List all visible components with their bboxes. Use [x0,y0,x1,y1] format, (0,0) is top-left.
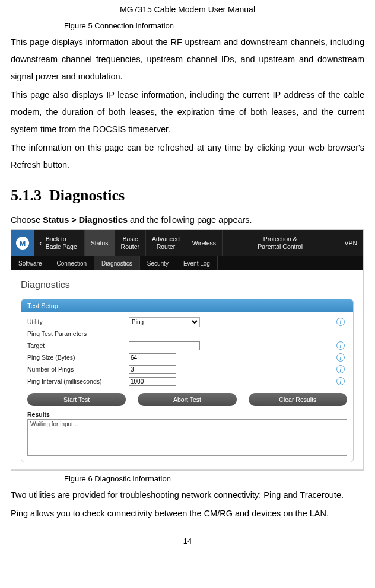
nav-advanced-router[interactable]: Advanced Router [145,230,186,256]
row-params: Ping Test Parameters [27,328,347,340]
nav-wireless-label: Wireless [192,239,216,247]
choose-instruction: Choose Status > Diagnostics and the foll… [11,215,364,225]
nav-back-line2: Basic Page [46,243,77,250]
section-heading: 5.1.3 Diagnostics [11,187,364,204]
nav-wireless[interactable]: Wireless [186,230,222,256]
label-interval: Ping Interval (milliseconds) [27,378,125,385]
logo-cell[interactable]: M [11,230,34,256]
results-label: Results [27,411,347,418]
utility-select[interactable]: Ping [129,317,200,327]
app-screenshot: M ‹ Back to Basic Page Status Basic Rout… [11,229,364,471]
subnav-connection[interactable]: Connection [49,256,94,270]
nav-basic-router[interactable]: Basic Router [115,230,146,256]
button-row: Start Test Abort Test Clear Results [27,393,347,406]
row-utility: Utility Ping i [27,316,347,328]
diagnostics-body: Diagnostics Test Setup Utility Ping i Pi… [11,270,363,468]
nav-protection-l1: Protection & [263,235,297,243]
nav-protection-l2: Parental Control [258,243,303,251]
diagnostics-title: Diagnostics [21,280,354,290]
results-textarea[interactable]: Waiting for input... [27,419,347,456]
target-input[interactable] [129,341,200,350]
panel-header: Test Setup [21,299,353,312]
number-input[interactable] [129,365,176,374]
subnav-software[interactable]: Software [11,256,49,270]
nav-status[interactable]: Status [84,230,115,256]
label-target: Target [27,342,125,349]
label-size: Ping Size (Bytes) [27,354,125,361]
sub-nav: Software Connection Diagnostics Security… [11,256,363,270]
abort-test-button[interactable]: Abort Test [138,393,236,406]
page-number: 14 [11,536,364,545]
test-setup-panel: Test Setup Utility Ping i Ping Test Para… [21,299,354,462]
paragraph-5: Ping allows you to check connectivity be… [11,505,364,522]
interval-input[interactable] [129,377,176,386]
info-icon[interactable]: i [336,377,345,385]
size-input[interactable] [129,353,176,362]
nav-protection[interactable]: Protection & Parental Control [222,230,338,256]
panel-body: Utility Ping i Ping Test Parameters Targ… [21,312,353,462]
subnav-security[interactable]: Security [140,256,176,270]
nav-back-text: Back to Basic Page [46,235,77,250]
nav-basic-router-l1: Basic [122,235,138,243]
nav-back-button[interactable]: ‹ Back to Basic Page [34,230,84,256]
row-target: Target i [27,340,347,351]
nav-basic-router-l2: Router [121,243,140,251]
choose-suffix: and the following page appears. [128,215,252,225]
info-icon[interactable]: i [336,365,345,373]
nav-back-line1: Back to [46,235,66,242]
nav-status-label: Status [91,239,109,247]
section-title: Diagnostics [49,187,125,204]
section-number: 5.1.3 [11,187,42,204]
nav-vpn-label: VPN [344,239,357,247]
paragraph-1: This page displays information about the… [11,34,364,85]
chevron-left-icon: ‹ [39,238,42,248]
nav-adv-router-l2: Router [157,243,176,251]
figure6-caption: Figure 6 Diagnostic information [11,474,364,483]
label-utility: Utility [27,318,125,325]
figure5-caption: Figure 5 Connection information [11,21,364,30]
choose-bold: Status > Diagnostics [43,215,128,225]
label-params: Ping Test Parameters [27,330,125,337]
top-nav: M ‹ Back to Basic Page Status Basic Rout… [11,230,363,256]
subnav-eventlog[interactable]: Event Log [176,256,218,270]
paragraph-3: The information on this page can be refr… [11,139,364,174]
start-test-button[interactable]: Start Test [27,393,126,406]
divider [11,469,363,470]
motorola-logo-icon: M [16,237,29,250]
info-icon[interactable]: i [336,353,345,362]
row-size: Ping Size (Bytes) i [27,351,347,363]
info-icon[interactable]: i [336,341,345,350]
choose-prefix: Choose [11,215,43,225]
row-interval: Ping Interval (milliseconds) i [27,375,347,387]
clear-results-button[interactable]: Clear Results [249,393,347,406]
paragraph-2: This page also displays IP lease informa… [11,87,364,138]
info-icon[interactable]: i [336,318,345,326]
nav-adv-router-l1: Advanced [152,235,180,243]
nav-vpn[interactable]: VPN [338,230,363,256]
label-number: Number of Pings [27,366,125,373]
row-number: Number of Pings i [27,363,347,375]
utility-control: Ping [129,317,200,327]
subnav-diagnostics[interactable]: Diagnostics [94,256,140,270]
doc-header: MG7315 Cable Modem User Manual [11,0,364,21]
paragraph-4: Two utilities are provided for troublesh… [11,487,364,504]
